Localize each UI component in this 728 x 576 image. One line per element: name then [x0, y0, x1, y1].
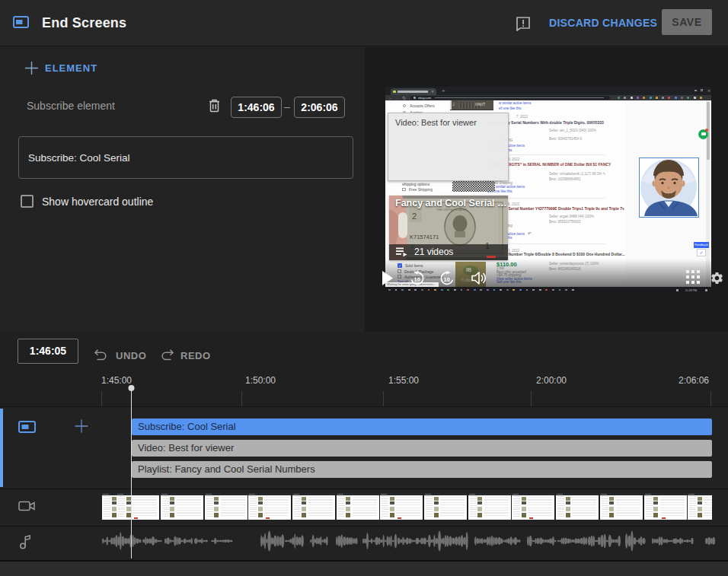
svg-text:10: 10: [414, 276, 420, 283]
svg-text:K71574171: K71574171: [410, 234, 439, 240]
svg-text:2: 2: [412, 212, 417, 221]
svg-text:10: 10: [444, 276, 450, 283]
